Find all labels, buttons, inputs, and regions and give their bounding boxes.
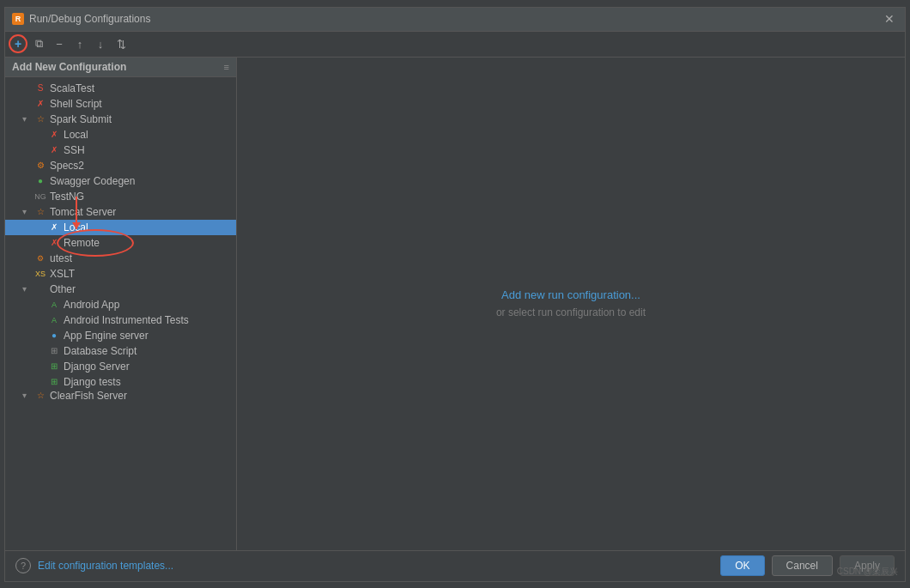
tree-item-utest[interactable]: ⚙ utest — [5, 251, 236, 266]
toggle-other: ▾ — [22, 284, 33, 294]
xslt-icon: XS — [34, 268, 46, 280]
app-engine-icon: ● — [48, 330, 60, 342]
django-server-icon: ⊞ — [48, 361, 60, 373]
ssh-icon: ✗ — [48, 144, 60, 156]
utest-label: utest — [50, 252, 72, 264]
tree-item-app-engine[interactable]: ● App Engine server — [5, 328, 236, 343]
sort-button[interactable]: ⇅ — [112, 34, 130, 53]
tomcat-icon: ☆ — [34, 206, 46, 218]
shell-script-label: Shell Script — [50, 98, 102, 110]
left-panel: Add New Configuration ≡ S ScalaTest ✗ Sh… — [5, 58, 237, 550]
android-app-label: Android App — [64, 299, 119, 311]
tomcat-label: Tomcat Server — [50, 206, 116, 218]
toggle-spark-submit: ▾ — [22, 114, 33, 124]
shell-script-icon: ✗ — [34, 98, 46, 110]
testng-icon: NG — [34, 191, 46, 203]
utest-icon: ⚙ — [34, 252, 46, 264]
main-content: Add New Configuration ≡ S ScalaTest ✗ Sh… — [5, 58, 905, 550]
xslt-label: XSLT — [50, 268, 75, 280]
database-script-icon: ⊞ — [48, 345, 60, 357]
testng-label: TestNG — [50, 191, 84, 203]
android-app-icon: A — [48, 299, 60, 311]
tree-item-tomcat-local[interactable]: ✗ Local — [5, 220, 236, 235]
left-panel-header: Add New Configuration ≡ — [5, 58, 236, 77]
spark-submit-label: Spark Submit — [50, 113, 112, 125]
database-script-label: Database Script — [64, 345, 136, 357]
clearfish-icon: ☆ — [34, 390, 46, 402]
panel-collapse-icon: ≡ — [224, 62, 229, 72]
tree-item-django-tests[interactable]: ⊞ Django tests — [5, 374, 236, 390]
tree-item-local[interactable]: ✗ Local — [5, 127, 236, 142]
toolbar: + ⧉ − ↑ ↓ ⇅ — [5, 32, 905, 58]
close-button[interactable]: ✕ — [881, 10, 898, 27]
tree-item-swagger-codegen[interactable]: ● Swagger Codegen — [5, 173, 236, 189]
config-tree: S ScalaTest ✗ Shell Script ▾ ☆ Spark Sub… — [5, 77, 236, 550]
select-config-hint: or select run configuration to edit — [496, 306, 646, 318]
tree-item-other[interactable]: ▾ Other — [5, 282, 236, 297]
specs2-icon: ⚙ — [34, 160, 46, 172]
tomcat-local-icon: ✗ — [48, 221, 60, 233]
cancel-button[interactable]: Cancel — [772, 555, 833, 576]
right-panel: Add new run configuration... or select r… — [237, 58, 905, 550]
scalatest-icon: S — [34, 82, 46, 94]
django-tests-label: Django tests — [64, 376, 121, 388]
remove-button[interactable]: − — [50, 34, 69, 53]
remote-label: Remote — [64, 237, 100, 249]
run-debug-dialog: R Run/Debug Configurations ✕ + ⧉ − ↑ ↓ ⇅… — [4, 7, 906, 582]
ssh-label: SSH — [64, 144, 85, 156]
tree-item-database-script[interactable]: ⊞ Database Script — [5, 343, 236, 359]
toggle-clearfish: ▾ — [22, 391, 33, 400]
other-icon — [34, 283, 46, 295]
add-config-hint: Add new run configuration... — [501, 288, 640, 301]
tree-item-ssh[interactable]: ✗ SSH — [5, 142, 236, 158]
copy-button[interactable]: ⧉ — [29, 34, 48, 53]
clearfish-label: ClearFish Server — [50, 390, 127, 402]
add-new-config-label: Add New Configuration — [12, 61, 126, 73]
tree-item-android-app[interactable]: A Android App — [5, 297, 236, 312]
move-up-button[interactable]: ↑ — [70, 34, 89, 53]
tree-item-spark-submit[interactable]: ▾ ☆ Spark Submit — [5, 112, 236, 127]
bottom-left-area: ? Edit configuration templates... — [15, 558, 173, 573]
edit-templates-link[interactable]: Edit configuration templates... — [38, 560, 173, 572]
app-icon: R — [12, 13, 24, 25]
tree-item-tomcat-server[interactable]: ▾ ☆ Tomcat Server — [5, 204, 236, 220]
ok-button[interactable]: OK — [720, 555, 764, 576]
app-engine-label: App Engine server — [64, 330, 149, 342]
tree-item-testng[interactable]: NG TestNG — [5, 189, 236, 204]
tree-item-xslt[interactable]: XS XSLT — [5, 266, 236, 282]
help-button[interactable]: ? — [15, 558, 31, 573]
tree-item-android-instrumented[interactable]: A Android Instrumented Tests — [5, 312, 236, 328]
local-icon: ✗ — [48, 129, 60, 141]
swagger-icon: ● — [34, 175, 46, 187]
tree-item-shell-script[interactable]: ✗ Shell Script — [5, 96, 236, 112]
dialog-title: Run/Debug Configurations — [29, 13, 150, 25]
watermark: CSDN @栾辰兴 — [837, 566, 898, 578]
title-bar-left: R Run/Debug Configurations — [12, 13, 150, 25]
tomcat-local-label: Local — [64, 221, 88, 233]
tree-item-clearfish[interactable]: ▾ ☆ ClearFish Server — [5, 390, 236, 402]
local-label: Local — [64, 129, 88, 141]
move-down-button[interactable]: ↓ — [91, 34, 110, 53]
specs2-label: Specs2 — [50, 160, 84, 172]
tree-item-remote[interactable]: ✗ Remote — [5, 235, 236, 251]
tree-item-scalatest[interactable]: S ScalaTest — [5, 81, 236, 96]
android-instrumented-label: Android Instrumented Tests — [64, 314, 189, 326]
bottom-bar: ? Edit configuration templates... OK Can… — [5, 550, 905, 581]
django-tests-icon: ⊞ — [48, 376, 60, 388]
add-config-button[interactable]: + — [9, 34, 27, 53]
toggle-tomcat: ▾ — [22, 207, 33, 216]
tree-item-specs2[interactable]: ⚙ Specs2 — [5, 158, 236, 173]
django-server-label: Django Server — [64, 361, 130, 373]
scalatest-label: ScalaTest — [50, 82, 94, 94]
remote-icon: ✗ — [48, 237, 60, 249]
tree-item-django-server[interactable]: ⊞ Django Server — [5, 359, 236, 374]
swagger-label: Swagger Codegen — [50, 175, 135, 187]
spark-submit-icon: ☆ — [34, 113, 46, 125]
title-bar: R Run/Debug Configurations ✕ — [5, 8, 905, 32]
other-label: Other — [50, 283, 76, 295]
android-instrumented-icon: A — [48, 314, 60, 326]
